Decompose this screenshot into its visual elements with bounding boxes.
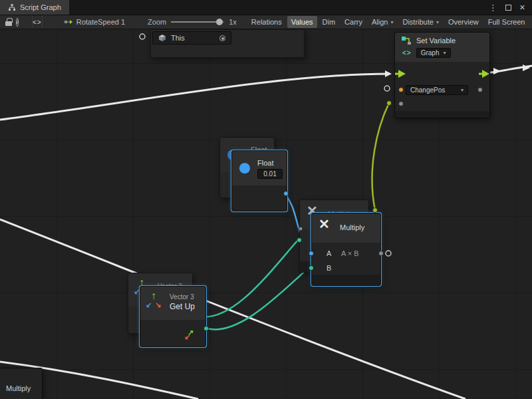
wire-getup-to-multiply-b (207, 268, 309, 329)
variable-icon (401, 36, 412, 45)
flow-arrowhead (385, 70, 392, 77)
wire-flow-out (490, 66, 532, 72)
overview-button[interactable]: Overview (444, 16, 483, 28)
align-label: Align (372, 18, 388, 26)
port-label-b: B (327, 264, 331, 272)
wire-getup-to-multiply-a (200, 240, 298, 317)
node-title: Multiply (6, 384, 31, 392)
node-multiply-partial[interactable]: Multiply (0, 368, 43, 399)
carry-button[interactable]: Carry (340, 16, 366, 28)
lock-icon[interactable] (5, 16, 12, 28)
down-left-arrow-icon: ↙ (134, 287, 140, 296)
zoom-slider-knob[interactable] (216, 19, 223, 25)
graph-toolbar: i <> RotateSpeed 1 Zoom 1x Relations Val… (0, 15, 532, 29)
maximize-icon[interactable] (505, 5, 511, 11)
node-header: ✕ Multiply (312, 213, 380, 243)
unconnected-port[interactable] (386, 251, 391, 256)
self-port[interactable] (219, 35, 225, 41)
flow-arrowhead (523, 65, 530, 71)
node-title: This (171, 34, 185, 42)
wire-olive-result (372, 103, 389, 210)
graph-name: RotateSpeed 1 (76, 18, 125, 26)
zoom-slider-fill (171, 21, 217, 23)
node-title: Vector 3 (170, 293, 195, 301)
graph-node-icon (64, 18, 73, 26)
graph-canvas[interactable]: Float ✕ Multiply ↑ ↙ ↘ Vector 3 This (0, 29, 532, 399)
caret-icon: ▾ (461, 87, 464, 93)
node-title: Set Variable (416, 37, 456, 45)
align-button[interactable]: Align ▾ (368, 16, 397, 28)
node-footer (312, 275, 380, 285)
node-header: Float 0.01 (232, 151, 287, 186)
olive-wire-endpoint[interactable] (373, 208, 378, 213)
node-this-group[interactable]: This (150, 29, 305, 58)
node-float[interactable]: Float 0.01 (231, 150, 287, 211)
result-preview: A × B (341, 249, 359, 257)
cube-icon (158, 34, 166, 42)
wire-flow-diagonal (0, 219, 466, 399)
distribute-button[interactable]: Distribute ▾ (398, 16, 442, 28)
caret-icon: ▾ (390, 19, 393, 25)
caret-icon: ▾ (443, 50, 446, 56)
zoom-label: Zoom (148, 18, 166, 26)
node-multiply[interactable]: ✕ Multiply A A × B B (311, 213, 381, 286)
tab-label: Script Graph (20, 3, 61, 11)
zoom-value: 1x (229, 18, 237, 26)
wire-flow-in (0, 74, 390, 120)
node-header: ↑ ↙ ↘ Vector 3 Get Up (140, 287, 205, 320)
node-title: Multiply (340, 223, 364, 231)
float-icon (239, 163, 250, 174)
window-controls: ⋮ ✕ (489, 0, 532, 15)
values-button[interactable]: Values (287, 16, 317, 28)
node-subtitle: Get Up (170, 302, 195, 311)
lock-glyph (5, 21, 12, 26)
unconnected-port[interactable] (140, 34, 145, 39)
distribute-label: Distribute (402, 18, 433, 26)
port-label-a: A (327, 249, 331, 257)
dim-button[interactable]: Dim (319, 16, 340, 28)
kebab-menu-icon[interactable]: ⋮ (489, 3, 497, 13)
variable-name: ChangePos (410, 86, 445, 94)
window-tab-bar: Script Graph ⋮ ✕ (0, 0, 532, 15)
code-icon[interactable]: <> (32, 16, 43, 28)
zoom-slider[interactable] (171, 21, 224, 23)
flow-arrowhead (493, 68, 501, 74)
down-left-arrow-icon: ↙ (146, 301, 152, 309)
float-value-field[interactable]: 0.01 (257, 169, 283, 179)
node-get-up[interactable]: ↑ ↙ ↘ Vector 3 Get Up ↗ ↙ (140, 286, 206, 347)
graph-breadcrumb[interactable]: RotateSpeed 1 (64, 18, 125, 26)
down-right-arrow-icon: ↘ (155, 301, 161, 309)
node-this[interactable]: This (152, 31, 231, 45)
kind-dropdown[interactable]: Graph ▾ (416, 48, 451, 58)
tab-script-graph[interactable]: Script Graph (0, 0, 69, 15)
info-icon[interactable]: i (16, 18, 19, 27)
node-footer (395, 111, 489, 118)
graph-kind-icon: <> (402, 49, 412, 57)
caret-icon: ▾ (436, 19, 439, 25)
relations-button[interactable]: Relations (247, 16, 286, 28)
node-set-variable[interactable]: Set Variable <> Graph ▾ ChangePos ▾ (394, 32, 490, 118)
multiply-icon: ✕ (319, 217, 330, 231)
vector3-output-icon: ↗ ↙ (184, 331, 195, 340)
fullscreen-button[interactable]: Full Screen (484, 16, 529, 28)
zoom-group: Zoom 1x (148, 18, 237, 26)
toolbar-buttons: Relations Values Dim Carry Align ▾ Distr… (247, 16, 529, 28)
vector3-icon: ↑ ↙ ↘ (146, 292, 164, 312)
kind-value: Graph (421, 49, 440, 57)
olive-wire-endpoint[interactable] (387, 101, 392, 106)
unconnected-port[interactable] (384, 86, 390, 91)
variable-dropdown[interactable]: ChangePos ▾ (406, 85, 468, 95)
down-left-arrow-icon: ↙ (184, 332, 190, 341)
node-title: Float (257, 159, 283, 167)
node-header: Set Variable <> Graph ▾ (395, 33, 489, 62)
script-graph-tab-icon (8, 3, 16, 11)
close-icon[interactable]: ✕ (519, 3, 525, 12)
